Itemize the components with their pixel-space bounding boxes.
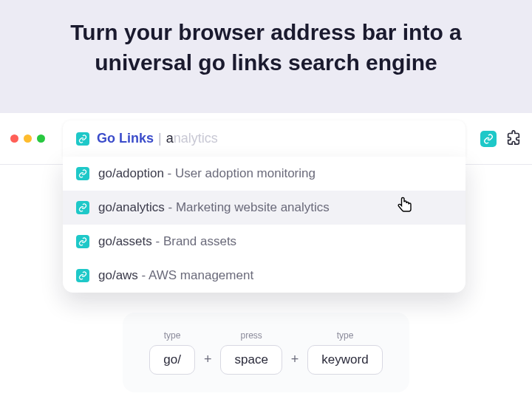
extension-icons: [480, 129, 522, 149]
suggestion-text: go/adoption - User adoption monitoring: [98, 166, 316, 181]
step-3: type keyword: [307, 330, 382, 375]
pill-keyword: keyword: [307, 345, 382, 375]
suggestion-item[interactable]: go/analytics - Marketing website analyti…: [63, 191, 466, 225]
suggestions-dropdown: go/adoption - User adoption monitoringgo…: [63, 157, 466, 293]
browser-chrome: Go Links|analytics go/adoption - User ad…: [0, 113, 532, 165]
extensions-puzzle-icon[interactable]: [505, 129, 522, 149]
minimize-dot[interactable]: [24, 134, 32, 143]
suggestion-text: go/aws - AWS management: [98, 268, 253, 283]
headline: Turn your browser address bar into a uni…: [30, 18, 502, 78]
hero-section: Turn your browser address bar into a uni…: [0, 0, 532, 113]
plus-icon: +: [204, 352, 212, 375]
traffic-lights: [10, 134, 45, 143]
omnibox-wrapper: Go Links|analytics go/adoption - User ad…: [63, 120, 466, 157]
pill-go: go/: [149, 345, 195, 375]
address-bar[interactable]: Go Links|analytics: [63, 120, 466, 157]
suggestion-item[interactable]: go/adoption - User adoption monitoring: [63, 157, 466, 191]
omnibox-text: Go Links|analytics: [97, 131, 218, 146]
suggestion-text: go/analytics - Marketing website analyti…: [98, 200, 330, 215]
pill-space: space: [220, 345, 282, 375]
go-links-extension-icon[interactable]: [480, 131, 497, 147]
suggestion-item[interactable]: go/assets - Brand assets: [63, 225, 466, 259]
instructions-row: type go/ + press space + type keyword: [123, 313, 409, 392]
step-1: type go/: [149, 330, 195, 375]
suggestion-item[interactable]: go/aws - AWS management: [63, 259, 466, 293]
go-links-icon: [76, 132, 89, 146]
plus-icon: +: [291, 352, 299, 375]
go-links-icon: [76, 201, 89, 214]
maximize-dot[interactable]: [37, 134, 45, 143]
step-2: press space: [220, 330, 282, 375]
close-dot[interactable]: [10, 134, 18, 143]
go-links-icon: [76, 269, 89, 282]
go-links-icon: [76, 235, 89, 248]
cursor-hand-icon: [398, 197, 414, 219]
suggestion-text: go/assets - Brand assets: [98, 234, 236, 249]
go-links-icon: [76, 167, 89, 180]
